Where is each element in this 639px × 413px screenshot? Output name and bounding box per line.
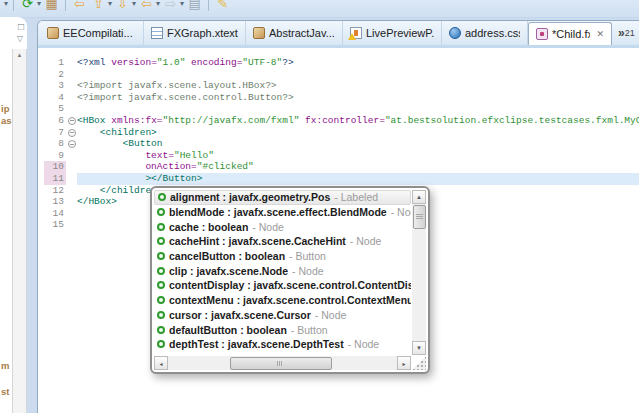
completion-proposal[interactable]: cache : boolean - Node: [154, 219, 411, 234]
line-number: 7: [44, 127, 66, 139]
code-text[interactable]: [77, 69, 639, 81]
fold-collapse-icon[interactable]: [66, 115, 77, 127]
dropdown-caret-icon[interactable]: ▾: [156, 0, 160, 11]
code-text[interactable]: ></Button>: [77, 173, 639, 185]
scroll-down-button[interactable]: ▼: [412, 341, 426, 355]
coverage-grid-icon[interactable]: ▦: [44, 0, 59, 11]
close-tab-icon[interactable]: ✕: [596, 29, 604, 39]
code-line[interactable]: 2: [44, 69, 639, 81]
code-text[interactable]: text="Hello": [77, 150, 639, 162]
fold-spacer: [66, 161, 77, 173]
line-number: 9: [44, 150, 66, 162]
fold-spacer: [66, 80, 77, 92]
popup-horizontal-scrollbar[interactable]: ◂ ▸: [154, 356, 411, 370]
code-text[interactable]: <?xml version="1.0" encoding="UTF-8"?>: [77, 57, 639, 69]
proposal-owner: - Node: [350, 235, 382, 247]
code-line[interactable]: 7 <children>: [44, 127, 639, 139]
public-property-icon: [157, 223, 165, 231]
vertical-scroll-thumb[interactable]: [413, 205, 426, 229]
css-file-icon: [449, 27, 461, 39]
up-arrow-icon[interactable]: ⇧: [91, 0, 106, 11]
completion-proposal[interactable]: depthTest : javafx.scene.DepthTest - Nod…: [154, 337, 411, 352]
public-property-icon: [157, 208, 165, 216]
code-text[interactable]: <?import javafx.scene.layout.HBox?>: [77, 80, 639, 92]
code-line[interactable]: 10 onAction="#clicked": [44, 161, 639, 173]
proposal-owner: - Node: [292, 265, 324, 277]
hidden-tabs-count: 21: [625, 28, 635, 38]
tab-label: LivePreviewP...: [366, 27, 434, 39]
hidden-tabs-button[interactable]: »21: [612, 21, 639, 45]
completion-proposal[interactable]: cursor : javafx.scene.Cursor - Node: [154, 308, 411, 323]
dropdown-caret-icon[interactable]: ▾: [37, 0, 41, 11]
fold-collapse-icon[interactable]: [66, 138, 77, 150]
code-text[interactable]: <?import javafx.scene.control.Button?>: [77, 92, 639, 104]
forward-history-icon[interactable]: ⇨: [163, 0, 178, 11]
editor-tab[interactable]: AbstractJav...: [246, 21, 343, 45]
tab-label: address.css: [465, 27, 520, 39]
scroll-up-button[interactable]: ▲: [412, 190, 426, 204]
completion-proposal[interactable]: cacheHint : javafx.scene.CacheHint - Nod…: [154, 234, 411, 249]
tree-item-label-fragment: m: [1, 360, 9, 371]
code-text[interactable]: [77, 103, 639, 115]
completion-proposal[interactable]: contentDisplay : javafx.scene.control.Co…: [154, 278, 411, 293]
public-property-icon: [158, 193, 166, 201]
dropdown-caret-icon[interactable]: ▾: [180, 0, 184, 11]
fold-spacer: [66, 57, 77, 69]
dropdown-caret-icon[interactable]: ▾: [108, 0, 112, 11]
completion-proposal[interactable]: clip : javafx.scene.Node - Node: [154, 263, 411, 278]
last-edit-location-icon[interactable]: ▤: [187, 0, 202, 11]
dropdown-caret-icon[interactable]: ▾: [4, 0, 8, 11]
scroll-right-button[interactable]: ▸: [397, 356, 411, 370]
code-text[interactable]: <Button: [77, 138, 639, 150]
completion-proposal[interactable]: cancelButton : boolean - Button: [154, 249, 411, 264]
editor-tab[interactable]: EECompilati...: [40, 21, 144, 45]
code-line[interactable]: 8 <Button: [44, 138, 639, 150]
back-arrow-icon[interactable]: ⇦: [72, 0, 87, 11]
code-line[interactable]: 11 ></Button>: [44, 173, 639, 185]
dropdown-caret-icon[interactable]: ▾: [132, 0, 136, 11]
fxml-file-icon: [536, 28, 548, 40]
popup-resize-grip[interactable]: [412, 356, 426, 370]
popup-vertical-scrollbar[interactable]: ▲ ▼: [412, 190, 426, 355]
code-text[interactable]: onAction="#clicked": [77, 161, 639, 173]
jar-package-icon: [253, 27, 265, 39]
code-line[interactable]: 1<?xml version="1.0" encoding="UTF-8"?>: [44, 57, 639, 69]
editor-tab[interactable]: address.css: [442, 21, 528, 45]
code-line[interactable]: 5: [44, 103, 639, 115]
public-property-icon: [157, 311, 165, 319]
editor-tab[interactable]: *Child.fxml✕: [528, 22, 612, 45]
left-view-scrollbar[interactable]: ▲: [12, 49, 27, 413]
run-last-tool-icon[interactable]: ⟳: [20, 0, 35, 11]
tree-item-label-fragment: ip: [1, 103, 9, 114]
completion-proposal[interactable]: defaultButton : boolean - Button: [154, 322, 411, 337]
line-number: 5: [44, 103, 66, 115]
code-text[interactable]: <children>: [77, 127, 639, 139]
code-line[interactable]: 9 text="Hello": [44, 150, 639, 162]
toolbar-separator: [208, 0, 209, 11]
editor-tab[interactable]: FXGraph.xtext: [144, 21, 246, 45]
maximize-view-icon[interactable]: □: [18, 22, 24, 31]
proposal-owner: - Node: [348, 338, 380, 350]
view-menu-icon[interactable]: ▽: [17, 34, 23, 43]
highlighter-pen-icon[interactable]: ✎: [215, 0, 230, 11]
completion-proposal[interactable]: blendMode : javafx.scene.effect.BlendMod…: [154, 205, 411, 220]
fold-spacer: [66, 219, 77, 231]
fold-collapse-icon[interactable]: [66, 127, 77, 139]
public-property-icon: [157, 340, 165, 348]
code-line[interactable]: 6<HBox xmlns:fx="http://javafx.com/fxml"…: [44, 115, 639, 127]
line-number: 13: [44, 196, 66, 208]
down-arrow-icon[interactable]: ⇩: [115, 0, 130, 11]
back-history-icon[interactable]: ⇦: [139, 0, 154, 11]
scroll-up-icon[interactable]: ▲: [13, 49, 26, 58]
code-text[interactable]: <HBox xmlns:fx="http://javafx.com/fxml" …: [77, 115, 639, 127]
fold-spacer: [66, 185, 77, 197]
proposal-owner: - Button: [289, 250, 326, 262]
scroll-left-button[interactable]: ◂: [154, 356, 168, 370]
editor-tab[interactable]: LivePreviewP...: [343, 21, 442, 45]
completion-proposal[interactable]: alignment : javafx.geometry.Pos - Labele…: [154, 190, 411, 205]
code-line[interactable]: 4<?import javafx.scene.control.Button?>: [44, 92, 639, 104]
completion-proposal[interactable]: contextMenu : javafx.scene.control.Conte…: [154, 293, 411, 308]
code-line[interactable]: 3<?import javafx.scene.layout.HBox?>: [44, 80, 639, 92]
horizontal-scroll-thumb[interactable]: [230, 357, 332, 370]
fold-spacer: [66, 208, 77, 220]
